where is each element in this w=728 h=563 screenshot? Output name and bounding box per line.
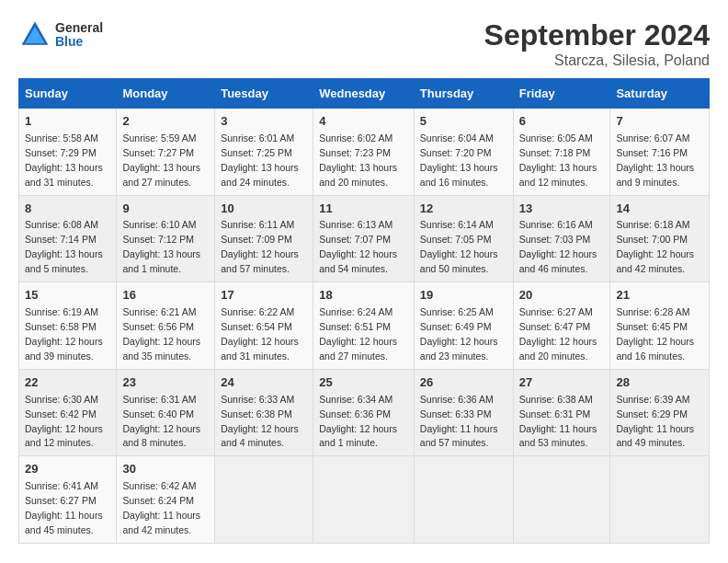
day-number: 17 [221,287,307,304]
calendar-day-cell: 29Sunrise: 6:41 AM Sunset: 6:27 PM Dayli… [19,456,117,544]
day-number: 6 [519,113,605,131]
calendar-day-cell: 11Sunrise: 6:13 AM Sunset: 7:07 PM Dayli… [313,195,415,282]
day-number: 29 [25,461,110,478]
calendar-day-cell: 4Sunrise: 6:02 AM Sunset: 7:23 PM Daylig… [313,109,415,196]
weekday-header: Friday [513,79,610,109]
calendar-day-cell: 22Sunrise: 6:30 AM Sunset: 6:42 PM Dayli… [19,369,117,456]
day-info: Sunrise: 6:07 AM Sunset: 7:16 PM Dayligh… [616,132,694,188]
day-info: Sunrise: 6:05 AM Sunset: 7:18 PM Dayligh… [519,132,597,188]
day-number: 5 [420,113,507,131]
day-number: 15 [25,287,110,304]
day-info: Sunrise: 6:31 AM Sunset: 6:40 PM Dayligh… [122,394,200,449]
calendar-day-cell: 27Sunrise: 6:38 AM Sunset: 6:31 PM Dayli… [513,369,610,456]
calendar-day-cell [610,456,710,544]
day-number: 8 [25,201,110,218]
calendar-day-cell: 14Sunrise: 6:18 AM Sunset: 7:00 PM Dayli… [610,195,710,282]
calendar-week-row: 8Sunrise: 6:08 AM Sunset: 7:14 PM Daylig… [19,195,710,282]
day-number: 4 [319,113,408,131]
day-info: Sunrise: 6:16 AM Sunset: 7:03 PM Dayligh… [519,219,597,274]
calendar-day-cell: 25Sunrise: 6:34 AM Sunset: 6:36 PM Dayli… [313,369,415,456]
calendar-day-cell: 15Sunrise: 6:19 AM Sunset: 6:58 PM Dayli… [19,282,117,370]
day-info: Sunrise: 6:08 AM Sunset: 7:14 PM Dayligh… [25,219,103,274]
day-info: Sunrise: 6:04 AM Sunset: 7:20 PM Dayligh… [420,132,498,188]
calendar-day-cell: 6Sunrise: 6:05 AM Sunset: 7:18 PM Daylig… [513,109,610,196]
day-number: 9 [122,201,209,218]
title-block: September 2024 Starcza, Silesia, Poland [484,18,710,69]
day-number: 14 [616,201,703,218]
calendar-week-row: 29Sunrise: 6:41 AM Sunset: 6:27 PM Dayli… [19,456,710,544]
day-info: Sunrise: 6:24 AM Sunset: 6:51 PM Dayligh… [319,306,397,362]
day-info: Sunrise: 6:19 AM Sunset: 6:58 PM Dayligh… [25,306,103,362]
calendar-day-cell: 2Sunrise: 5:59 AM Sunset: 7:27 PM Daylig… [117,109,215,196]
logo-text: General Blue [55,21,103,50]
calendar-day-cell: 8Sunrise: 6:08 AM Sunset: 7:14 PM Daylig… [19,195,117,282]
calendar-day-cell: 26Sunrise: 6:36 AM Sunset: 6:33 PM Dayli… [414,369,513,456]
day-number: 25 [319,374,408,392]
day-info: Sunrise: 6:38 AM Sunset: 6:31 PM Dayligh… [519,394,597,449]
day-info: Sunrise: 6:28 AM Sunset: 6:45 PM Dayligh… [616,306,694,362]
page-subtitle: Starcza, Silesia, Poland [484,52,710,69]
day-info: Sunrise: 6:02 AM Sunset: 7:23 PM Dayligh… [319,132,397,188]
calendar-week-row: 15Sunrise: 6:19 AM Sunset: 6:58 PM Dayli… [19,282,710,370]
day-info: Sunrise: 6:39 AM Sunset: 6:29 PM Dayligh… [616,394,694,449]
day-info: Sunrise: 6:14 AM Sunset: 7:05 PM Dayligh… [420,219,498,274]
day-number: 28 [616,374,703,392]
calendar-day-cell: 16Sunrise: 6:21 AM Sunset: 6:56 PM Dayli… [117,282,215,370]
logo: General Blue [18,18,103,52]
day-info: Sunrise: 6:42 AM Sunset: 6:24 PM Dayligh… [122,480,200,535]
day-info: Sunrise: 6:36 AM Sunset: 6:33 PM Dayligh… [420,394,498,449]
calendar-day-cell: 3Sunrise: 6:01 AM Sunset: 7:25 PM Daylig… [215,109,313,196]
day-info: Sunrise: 5:59 AM Sunset: 7:27 PM Dayligh… [122,132,200,188]
day-info: Sunrise: 6:33 AM Sunset: 6:38 PM Dayligh… [221,394,299,449]
weekday-header: Thursday [414,79,513,109]
day-number: 7 [616,113,703,131]
calendar-week-row: 1Sunrise: 5:58 AM Sunset: 7:29 PM Daylig… [19,109,710,196]
calendar-day-cell: 12Sunrise: 6:14 AM Sunset: 7:05 PM Dayli… [414,195,513,282]
day-info: Sunrise: 6:30 AM Sunset: 6:42 PM Dayligh… [25,394,103,449]
logo-blue: Blue [55,35,103,49]
calendar-day-cell: 20Sunrise: 6:27 AM Sunset: 6:47 PM Dayli… [513,282,610,370]
day-number: 11 [319,201,408,218]
day-info: Sunrise: 6:11 AM Sunset: 7:09 PM Dayligh… [221,219,299,274]
calendar-day-cell [313,456,415,544]
day-info: Sunrise: 6:18 AM Sunset: 7:00 PM Dayligh… [616,219,694,274]
calendar-week-row: 22Sunrise: 6:30 AM Sunset: 6:42 PM Dayli… [19,369,710,456]
day-number: 23 [122,374,209,392]
day-number: 12 [420,201,507,218]
calendar-day-cell: 24Sunrise: 6:33 AM Sunset: 6:38 PM Dayli… [215,369,313,456]
day-number: 13 [519,201,605,218]
day-number: 21 [616,287,703,304]
day-number: 22 [25,374,110,392]
day-number: 3 [221,113,307,131]
day-number: 24 [221,374,307,392]
logo-general: General [55,21,103,35]
day-number: 1 [25,113,110,131]
day-info: Sunrise: 6:10 AM Sunset: 7:12 PM Dayligh… [122,219,200,274]
day-info: Sunrise: 6:22 AM Sunset: 6:54 PM Dayligh… [221,306,299,362]
day-info: Sunrise: 5:58 AM Sunset: 7:29 PM Dayligh… [25,132,103,188]
calendar-day-cell: 5Sunrise: 6:04 AM Sunset: 7:20 PM Daylig… [414,109,513,196]
logo-icon [18,18,51,52]
day-number: 16 [122,287,209,304]
day-info: Sunrise: 6:21 AM Sunset: 6:56 PM Dayligh… [122,306,200,362]
calendar-day-cell: 7Sunrise: 6:07 AM Sunset: 7:16 PM Daylig… [610,109,710,196]
weekday-header: Tuesday [215,79,313,109]
calendar-day-cell: 13Sunrise: 6:16 AM Sunset: 7:03 PM Dayli… [513,195,610,282]
calendar-day-cell: 19Sunrise: 6:25 AM Sunset: 6:49 PM Dayli… [414,282,513,370]
calendar-day-cell: 1Sunrise: 5:58 AM Sunset: 7:29 PM Daylig… [19,109,117,196]
weekday-header: Saturday [610,79,710,109]
day-info: Sunrise: 6:34 AM Sunset: 6:36 PM Dayligh… [319,394,397,449]
day-info: Sunrise: 6:41 AM Sunset: 6:27 PM Dayligh… [25,480,103,535]
day-number: 19 [420,287,507,304]
calendar-day-cell: 23Sunrise: 6:31 AM Sunset: 6:40 PM Dayli… [117,369,215,456]
calendar-day-cell: 18Sunrise: 6:24 AM Sunset: 6:51 PM Dayli… [313,282,415,370]
weekday-header: Wednesday [313,79,415,109]
day-number: 10 [221,201,307,218]
calendar-table: SundayMondayTuesdayWednesdayThursdayFrid… [18,78,710,544]
calendar-day-cell: 21Sunrise: 6:28 AM Sunset: 6:45 PM Dayli… [610,282,710,370]
day-info: Sunrise: 6:01 AM Sunset: 7:25 PM Dayligh… [221,132,299,188]
weekday-header: Monday [117,79,215,109]
calendar-header-row: SundayMondayTuesdayWednesdayThursdayFrid… [19,79,710,109]
page-title: September 2024 [484,18,710,52]
day-info: Sunrise: 6:13 AM Sunset: 7:07 PM Dayligh… [319,219,397,274]
